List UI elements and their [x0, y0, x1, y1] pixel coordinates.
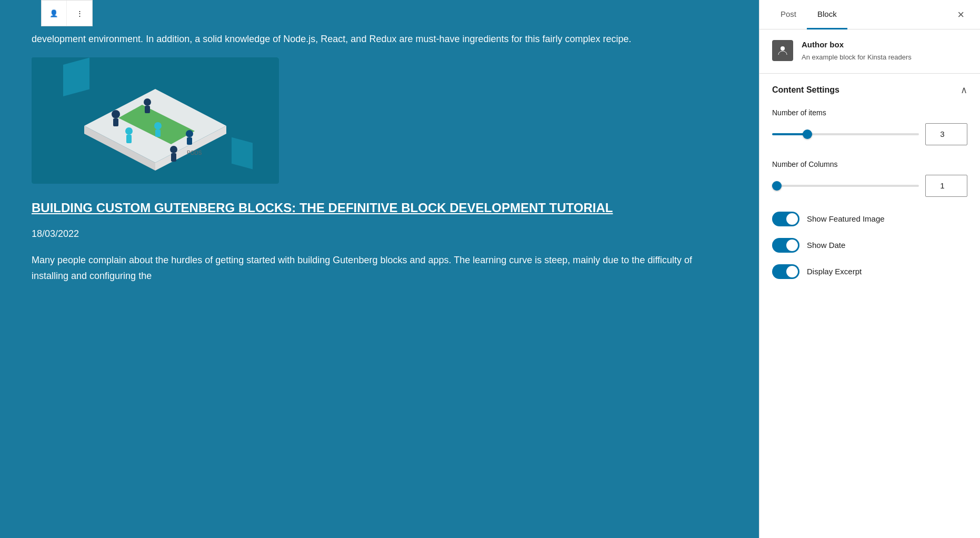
more-options-button[interactable]: ⋮: [67, 1, 92, 26]
number-of-items-setting: Number of items: [772, 108, 967, 145]
display-excerpt-label: Display Excerpt: [807, 267, 862, 276]
svg-text:PODS: PODS: [187, 150, 202, 156]
number-of-items-input[interactable]: [925, 123, 967, 145]
person-icon-button[interactable]: 👤: [42, 1, 67, 26]
number-of-columns-label: Number of Columns: [772, 160, 967, 168]
number-of-items-label: Number of items: [772, 108, 967, 117]
svg-point-9: [186, 130, 193, 137]
svg-rect-14: [171, 153, 176, 162]
author-box-title: Author box: [802, 40, 912, 49]
post-date: 18/03/2022: [32, 226, 727, 242]
svg-point-15: [125, 127, 133, 135]
svg-point-11: [154, 122, 162, 129]
author-box-section: Author box An example block for Kinsta r…: [759, 29, 980, 74]
post-title: BUILDING CUSTOM GUTENBERG BLOCKS: THE DE…: [32, 200, 727, 216]
sidebar-tabs: Post Block ×: [759, 0, 980, 29]
svg-point-5: [112, 110, 120, 118]
section-header: Content Settings ∧: [772, 84, 967, 96]
sidebar: Post Block × Author box An example block…: [759, 0, 980, 538]
number-of-items-slider-row: [772, 123, 967, 145]
show-date-label: Show Date: [807, 241, 845, 250]
number-of-columns-input[interactable]: [925, 175, 967, 197]
content-settings-section: Content Settings ∧ Number of items Numbe…: [759, 74, 980, 301]
svg-rect-8: [145, 106, 150, 113]
svg-rect-6: [113, 118, 118, 126]
person-icon: 👤: [49, 9, 58, 17]
number-of-columns-slider[interactable]: [772, 185, 919, 187]
more-icon: ⋮: [76, 9, 83, 17]
section-title: Content Settings: [772, 85, 839, 95]
author-icon: [772, 40, 793, 61]
chevron-up-button[interactable]: ∧: [961, 84, 967, 96]
show-date-row: Show Date: [772, 238, 967, 253]
tab-block[interactable]: Block: [807, 0, 847, 29]
main-content-area: 👤 ⋮ development environment. In addition…: [0, 0, 759, 538]
svg-point-7: [144, 98, 151, 106]
number-of-columns-setting: Number of Columns: [772, 160, 967, 197]
show-featured-image-row: Show Featured Image: [772, 212, 967, 226]
number-of-columns-slider-row: [772, 175, 967, 197]
tab-post[interactable]: Post: [770, 0, 807, 29]
intro-paragraph: development environment. In addition, a …: [32, 32, 727, 47]
svg-rect-10: [187, 137, 192, 145]
show-featured-image-toggle[interactable]: [772, 212, 799, 226]
svg-point-13: [170, 146, 177, 153]
author-box-description: An example block for Kinsta readers: [802, 52, 912, 63]
post-excerpt: Many people complain about the hurdles o…: [32, 252, 727, 284]
author-box-info: Author box An example block for Kinsta r…: [802, 40, 912, 63]
show-featured-image-label: Show Featured Image: [807, 214, 885, 223]
content-body: development environment. In addition, a …: [0, 0, 759, 295]
display-excerpt-toggle[interactable]: [772, 264, 799, 279]
display-excerpt-row: Display Excerpt: [772, 264, 967, 279]
close-button[interactable]: ×: [952, 4, 969, 26]
block-toolbar: 👤 ⋮: [41, 0, 93, 26]
tabs-left: Post Block: [770, 0, 847, 29]
number-of-items-slider[interactable]: [772, 133, 919, 135]
featured-image: PODS: [32, 57, 279, 184]
show-date-toggle[interactable]: [772, 238, 799, 253]
svg-point-20: [781, 46, 785, 51]
svg-rect-12: [155, 129, 161, 137]
svg-rect-16: [126, 135, 132, 143]
